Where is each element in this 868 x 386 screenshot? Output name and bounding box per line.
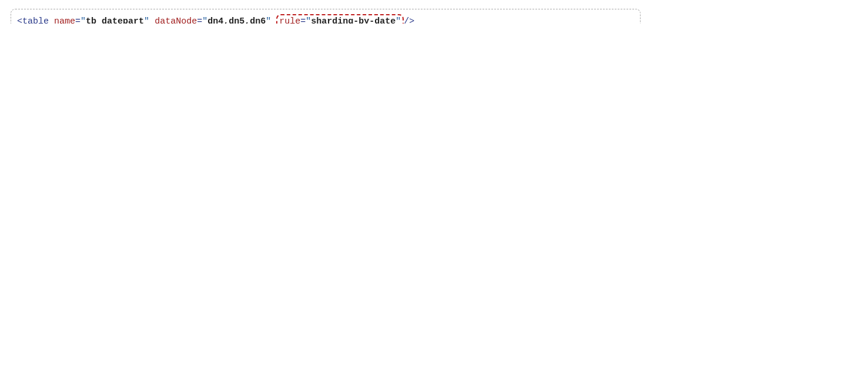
rule-highlight: rule="sharding-by-date" <box>276 14 404 24</box>
schema-xml-block: <table name="tb_datepart" dataNode="dn4,… <box>11 9 641 24</box>
code-line: <table name="tb_datepart" dataNode="dn4,… <box>17 14 634 24</box>
